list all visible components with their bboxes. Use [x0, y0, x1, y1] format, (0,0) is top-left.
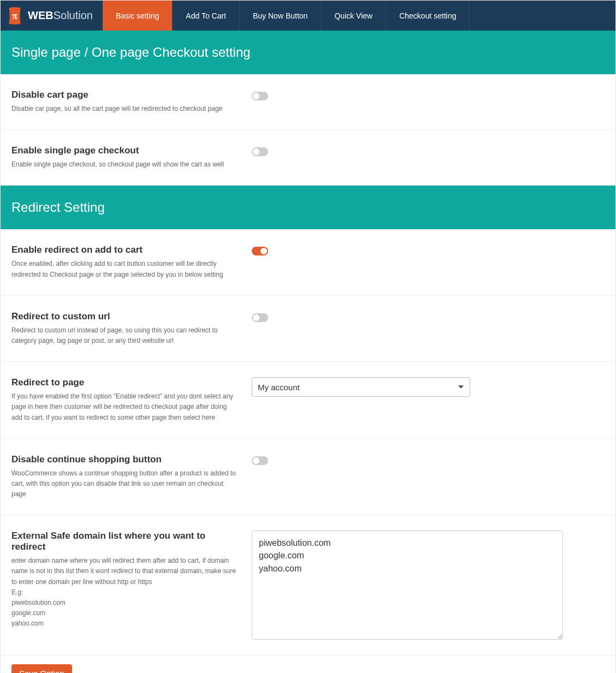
- section-title-checkout: Single page / One page Checkout setting: [1, 31, 615, 74]
- label-safe-domains: External Safe domain list where you want…: [11, 531, 239, 552]
- toggle-enable-single[interactable]: [252, 147, 268, 156]
- desc-disable-continue: WooCommerce shows a continue shopping bu…: [11, 468, 239, 500]
- row-enable-single: Enable single page checkout Enable singl…: [1, 130, 615, 186]
- tab-basic-setting[interactable]: Basic setting: [103, 1, 173, 31]
- brand-text-bold: WEB: [28, 9, 54, 22]
- select-redirect-to-page[interactable]: My account: [252, 377, 470, 397]
- tab-add-to-cart[interactable]: Add To Cart: [173, 1, 240, 31]
- label-redirect-to-page: Redirect to page: [11, 377, 239, 388]
- label-redirect-custom-url: Redirect to custom url: [11, 311, 239, 322]
- desc-enable-single: Enable single page checkout, so checkout…: [11, 159, 239, 170]
- tab-quick-view[interactable]: Quick View: [321, 1, 386, 31]
- desc-redirect-to-page: If you have enabled the first option "En…: [11, 391, 239, 423]
- brand-logo-icon: π: [5, 6, 25, 26]
- label-disable-cart: Disable cart page: [11, 90, 239, 100]
- top-navigation: π WEB Solution Basic setting Add To Cart…: [1, 1, 615, 31]
- row-redirect-custom-url: Redirect to custom url Redirect to custo…: [1, 296, 615, 362]
- row-enable-redirect: Enable redirect on add to cart Once enab…: [1, 229, 615, 295]
- tab-buy-now-button[interactable]: Buy Now Button: [240, 1, 321, 31]
- row-disable-continue: Disable continue shopping button WooComm…: [1, 439, 615, 516]
- toggle-enable-redirect[interactable]: [252, 247, 268, 255]
- section-title-redirect: Redirect Setting: [1, 186, 615, 229]
- desc-redirect-custom-url: Redirect to custom url instead of page, …: [11, 325, 239, 346]
- svg-text:π: π: [12, 10, 17, 21]
- brand: π WEB Solution: [5, 1, 98, 31]
- brand-text-thin: Solution: [54, 9, 93, 22]
- desc-disable-cart: Disable car page, so all the cart page w…: [11, 104, 239, 114]
- tab-checkout-setting[interactable]: Checkout setting: [386, 1, 470, 31]
- row-disable-cart: Disable cart page Disable car page, so a…: [1, 74, 615, 130]
- desc-enable-redirect: Once enabled, after clicking add to cart…: [11, 259, 239, 279]
- textarea-safe-domains[interactable]: [252, 531, 563, 640]
- label-enable-redirect: Enable redirect on add to cart: [11, 245, 239, 255]
- desc-safe-domains: enter domain name where you will redirec…: [11, 556, 239, 629]
- toggle-redirect-custom-url[interactable]: [252, 313, 268, 322]
- row-redirect-to-page: Redirect to page If you have enabled the…: [1, 362, 615, 439]
- label-enable-single: Enable single page checkout: [11, 145, 239, 156]
- tab-bar: Basic setting Add To Cart Buy Now Button…: [103, 1, 470, 31]
- row-safe-domains: External Safe domain list where you want…: [1, 515, 615, 656]
- save-bar: Save Option: [1, 656, 615, 673]
- toggle-disable-cart[interactable]: [252, 92, 268, 100]
- toggle-disable-continue[interactable]: [252, 456, 268, 465]
- label-disable-continue: Disable continue shopping button: [11, 454, 239, 465]
- save-button[interactable]: Save Option: [11, 664, 72, 673]
